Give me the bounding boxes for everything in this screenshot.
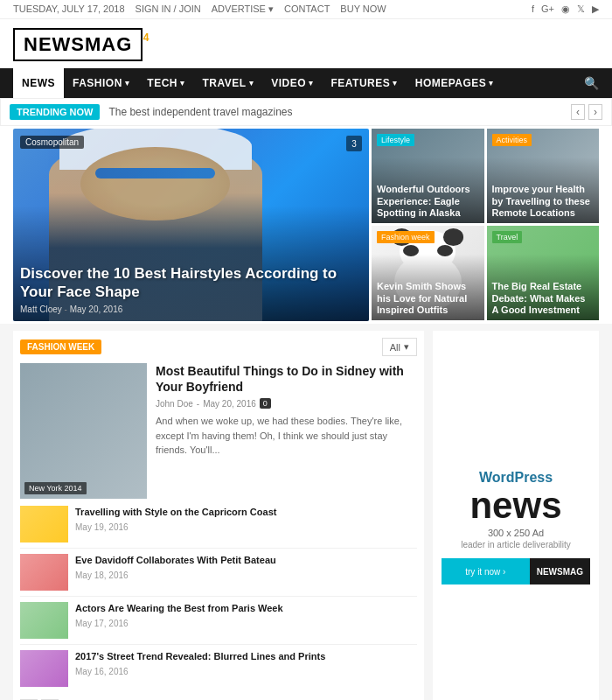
fashion-main-meta: John Doe - May 20, 2016 0 [156,398,417,409]
googleplus-icon[interactable]: G+ [541,4,554,15]
trending-text: The best independent travel magazines [108,106,562,118]
list-title-4: 2017's Street Trend Revealed: Blurred Li… [75,650,325,662]
fashion-section: FASHION WEEK All ▾ New York 2014 Most Be… [13,331,424,700]
card-title-4: The Big Real Estate Debate: What Makes A… [492,281,595,316]
card-title-2: Improve your Health by Travelling to the… [492,184,595,219]
hero-category-tag: Cosmopolitan [20,136,84,149]
ad-try-button[interactable]: try it now › [442,558,530,584]
nav-item-features[interactable]: FEATURES ▾ [322,68,406,98]
buy-link[interactable]: BUY NOW [340,4,386,15]
card-content-2: Improve your Health by Travelling to the… [492,184,595,219]
hero-number: 3 [346,136,362,151]
nav-item-fashion[interactable]: FASHION ▾ [64,68,138,98]
card-tag-3: Fashion week [377,231,435,243]
fashion-ad-section: FASHION WEEK All ▾ New York 2014 Most Be… [0,324,612,700]
ad-cta-bar: try it now › NEWSMAG [442,558,590,584]
card-content-3: Kevin Smith Shows his Love for Natural I… [377,281,479,316]
dash-sep: - [197,399,199,409]
list-thumb-2 [20,554,68,591]
list-date-1: May 19, 2016 [75,522,129,532]
nav-item-tech[interactable]: TECH ▾ [138,68,193,98]
list-thumb-1 [20,506,68,542]
list-date-3: May 17, 2016 [75,619,129,628]
trending-label: TRENDING NOW [10,104,100,120]
ad-news-text: news [469,487,561,524]
search-icon[interactable]: 🔍 [584,76,599,90]
fashion-main-title[interactable]: Most Beautiful Things to Do in Sidney wi… [156,363,417,395]
hero-content: Discover the 10 Best Hairstyles Accordin… [20,265,362,314]
nav-item-homepages[interactable]: HOMEPAGES ▾ [407,68,503,98]
hero-meta: Matt Cloey - May 20, 2016 [20,304,362,314]
fashion-excerpt: And when we woke up, we had these bodies… [156,414,417,458]
fashion-filter[interactable]: All ▾ [382,338,417,356]
advertise-link[interactable]: ADVERTISE ▾ [212,4,274,15]
hero-date: May 20, 2016 [70,304,123,314]
main-nav: NEWS FASHION ▾ TECH ▾ TRAVEL ▾ VIDEO ▾ F… [0,68,612,98]
list-date-2: May 18, 2016 [75,570,129,580]
chevron-down-icon: ▾ [125,79,130,88]
hero-bottom-row: Fashion week Kevin Smith Shows his Love … [372,226,599,320]
list-item[interactable]: Actors Are Wearing the Best from Paris W… [20,602,417,645]
contact-link[interactable]: CONTACT [284,4,330,15]
list-item[interactable]: Eve Davidoff Collaborates With Petit Bat… [20,554,417,597]
trending-prev[interactable]: ‹ [571,104,585,120]
hero-card-2[interactable]: Activities Improve your Health by Travel… [487,129,600,223]
hero-card-3[interactable]: Fashion week Kevin Smith Shows his Love … [372,226,484,320]
chevron-down-icon: ▾ [404,341,409,353]
card-tag-1: Lifestyle [377,134,414,146]
hero-author: Matt Cloey [20,304,62,314]
card-tag-2: Activities [492,134,532,146]
card-title-1: Wonderful Outdoors Experience: Eagle Spo… [377,184,479,219]
instagram-icon[interactable]: ◉ [561,4,570,15]
youtube-icon[interactable]: ▶ [592,4,599,15]
site-logo[interactable]: NEWSMAG4 [13,28,143,61]
fashion-header: FASHION WEEK All ▾ [20,338,417,356]
list-title-1: Travelling with Style on the Capricorn C… [75,506,276,518]
fashion-main-content: Most Beautiful Things to Do in Sidney wi… [156,363,417,499]
top-bar: TUESDAY, JULY 17, 2018 SIGN IN / JOIN AD… [0,0,612,19]
chevron-down-icon: ▾ [393,79,398,88]
twitter-icon[interactable]: 𝕏 [577,4,585,15]
list-date-4: May 16, 2016 [75,667,129,676]
chevron-down-icon: ▾ [489,79,494,88]
list-item[interactable]: Travelling with Style on the Capricorn C… [20,506,417,549]
hero-right-cards: Lifestyle Wonderful Outdoors Experience:… [372,129,599,321]
hero-main-article[interactable]: Cosmopolitan 3 Discover the 10 Best Hair… [13,129,369,321]
list-item[interactable]: 2017's Street Trend Revealed: Blurred Li… [20,650,417,692]
hero-card-1[interactable]: Lifestyle Wonderful Outdoors Experience:… [372,129,484,223]
list-text-2: Eve Davidoff Collaborates With Petit Bat… [75,554,276,581]
chevron-down-icon: ▾ [180,79,185,88]
logo-version: 4 [143,32,150,44]
chevron-down-icon: ▾ [249,79,254,88]
face-shape [80,147,230,220]
fashion-main-article: New York 2014 Most Beautiful Things to D… [20,363,417,499]
fashion-img-tag: New York 2014 [24,482,87,494]
list-text-4: 2017's Street Trend Revealed: Blurred Li… [75,650,325,677]
ad-size-text: 300 x 250 Ad [488,528,544,538]
card-title-3: Kevin Smith Shows his Love for Natural I… [377,281,479,316]
fashion-img-bg [20,363,147,499]
card-content-1: Wonderful Outdoors Experience: Eagle Spo… [377,184,479,219]
nav-item-video[interactable]: VIDEO ▾ [262,68,322,98]
facebook-icon[interactable]: f [532,4,534,15]
hero-title: Discover the 10 Best Hairstyles Accordin… [20,265,362,301]
list-thumb-3 [20,602,68,639]
comment-count: 0 [260,398,271,409]
logo-text: NEWSMAG [24,33,132,55]
fashion-date: May 20, 2016 [203,399,256,409]
trending-next[interactable]: › [588,104,602,120]
hero-top-row: Lifestyle Wonderful Outdoors Experience:… [372,129,599,223]
trending-bar: TRENDING NOW The best independent travel… [0,98,612,126]
list-title-3: Actors Are Wearing the Best from Paris W… [75,602,283,614]
ad-brand-name: WordPress [479,470,553,486]
logo-bar: NEWSMAG4 [0,19,612,68]
nav-item-travel[interactable]: TRAVEL ▾ [194,68,263,98]
sunglasses-shape [95,168,215,179]
top-bar-left: TUESDAY, JULY 17, 2018 SIGN IN / JOIN AD… [13,4,386,15]
hero-card-4[interactable]: Travel The Big Real Estate Debate: What … [487,226,600,320]
ad-brand-button[interactable]: NEWSMAG [530,558,590,584]
trending-navigation: ‹ › [571,104,602,120]
nav-item-news[interactable]: NEWS [13,68,64,98]
social-icons: f G+ ◉ 𝕏 ▶ [532,4,599,15]
signin-link[interactable]: SIGN IN / JOIN [136,4,201,15]
